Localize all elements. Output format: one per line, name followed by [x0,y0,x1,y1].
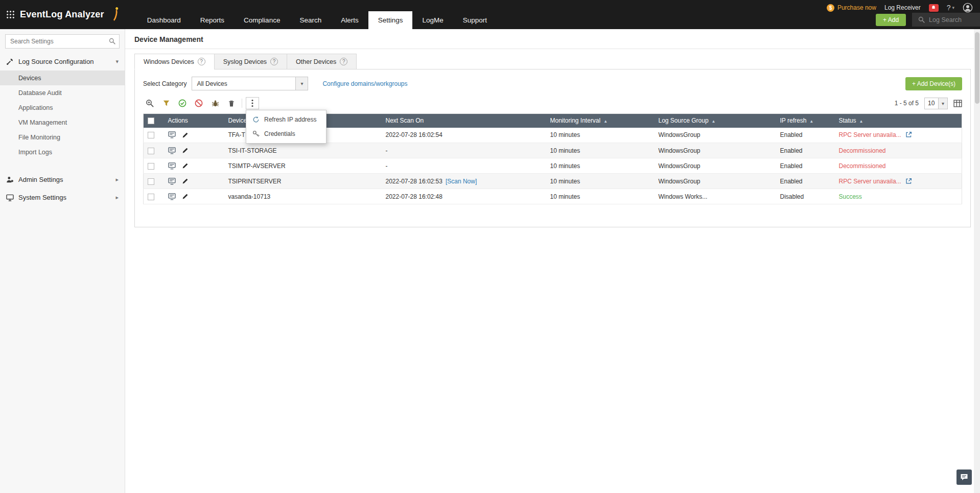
purchase-now-link[interactable]: Purchase now [827,4,876,12]
filter-icon[interactable] [159,97,173,109]
section-log-source-configuration[interactable]: Log Source Configuration [0,53,125,71]
cell-next-scan: - [382,143,546,158]
enable-monitoring-icon[interactable] [176,97,189,109]
search-icon [109,38,115,44]
edit-pencil-icon[interactable] [182,193,189,200]
external-link-icon[interactable] [905,131,912,138]
header-select-all[interactable] [144,114,164,128]
sidebar-item-import-logs[interactable]: Import Logs [0,145,125,159]
cell-status: Decommissioned [835,158,962,174]
log-search-box[interactable]: Log Search [912,13,980,27]
device-details-icon[interactable] [168,178,176,185]
tab-windows-devices[interactable]: Windows Devices [134,54,215,69]
chevron-right-icon [115,176,119,183]
nav-item-reports[interactable]: Reports [191,11,234,29]
header-log-source-group[interactable]: Log Source Group [655,114,776,128]
edit-pencil-icon[interactable] [182,162,189,169]
disable-monitoring-icon[interactable] [192,97,205,109]
header-ip-refresh[interactable]: IP refresh [776,114,835,128]
column-chooser-icon[interactable] [953,100,962,107]
user-avatar[interactable] [963,3,973,13]
help-menu[interactable]: ? ▾ [947,4,954,12]
sidebar-item-file-monitoring[interactable]: File Monitoring [0,130,125,145]
edit-pencil-icon[interactable] [182,147,189,154]
settings-sidebar: Log Source Configuration Devices Databas… [0,29,125,493]
select-all-checkbox[interactable] [148,118,154,124]
cell-actions [164,174,224,189]
menu-item-refresh-ip[interactable]: Refresh IP address [246,112,326,127]
cell-group: WindowsGroup [655,143,776,158]
row-checkbox[interactable] [148,132,154,138]
nav-item-support[interactable]: Support [453,11,497,29]
status-text: Decommissioned [839,147,886,154]
menu-item-credentials[interactable]: Credentials [246,127,326,141]
delete-icon[interactable] [225,97,238,109]
column-label: Next Scan On [386,117,424,124]
sidebar-item-devices[interactable]: Devices [0,71,125,85]
add-devices-button[interactable]: + Add Device(s) [905,77,962,90]
bug-icon[interactable] [208,97,222,109]
feedback-chat-button[interactable] [956,469,972,485]
scan-now-link[interactable]: [Scan Now] [446,178,477,185]
row-checkbox[interactable] [148,148,154,154]
menu-item-label: Refresh IP address [264,116,317,123]
nav-item-compliance[interactable]: Compliance [234,11,290,29]
header-next-scan[interactable]: Next Scan On [382,114,546,128]
vertical-scrollbar[interactable] [974,29,980,493]
main-content: Device Management Windows Devices Syslog… [125,29,980,493]
category-select[interactable]: All Devices [192,77,308,90]
status-text: RPC Server unavaila... [839,178,901,185]
cell-actions [164,189,224,204]
tab-syslog-devices[interactable]: Syslog Devices [214,54,287,69]
tab-other-devices[interactable]: Other Devices [287,54,357,69]
next-scan-text: 2022-07-28 16:02:53 [386,178,442,185]
cell-select [144,158,164,174]
external-link-icon[interactable] [905,178,912,184]
nav-item-settings[interactable]: Settings [368,11,413,29]
section-label: Admin Settings [18,176,63,183]
header-monitoring-interval[interactable]: Monitoring Interval [546,114,655,128]
search-devices-icon[interactable] [143,97,156,109]
sidebar-item-database-audit[interactable]: Database Audit [0,85,125,100]
scrollbar-thumb[interactable] [975,32,979,104]
nav-item-search[interactable]: Search [290,11,331,29]
row-checkbox[interactable] [148,163,154,170]
log-search-label: Log Search [929,16,962,24]
nav-item-logme[interactable]: LogMe [412,11,453,29]
tabs-wrap: Windows Devices Syslog Devices Other Dev… [125,49,980,69]
log-receiver-link[interactable]: Log Receiver [884,4,921,11]
device-details-icon[interactable] [168,162,176,170]
add-button[interactable]: + Add [876,14,906,26]
sidebar-item-applications[interactable]: Applications [0,100,125,115]
notification-badge[interactable] [929,4,939,12]
edit-pencil-icon[interactable] [182,132,189,138]
row-checkbox[interactable] [148,194,154,200]
cell-interval: 10 minutes [546,143,655,158]
page-size-select[interactable]: 10 [924,98,948,109]
sidebar-item-vm-management[interactable]: VM Management [0,115,125,130]
chevron-down-icon [938,98,947,109]
configure-domains-link[interactable]: Configure domains/workgroups [322,80,407,87]
cell-group: WindowsGroup [655,174,776,189]
more-actions-wrap: Refresh IP address Credentials [246,97,259,109]
device-details-icon[interactable] [168,131,176,138]
settings-search-input[interactable] [5,34,120,49]
device-details-icon[interactable] [168,193,176,200]
header-utility-row: Purchase now Log Receiver ? ▾ [827,3,980,13]
more-actions-button[interactable] [246,97,259,109]
page-size-value: 10 [925,100,938,107]
section-admin-settings[interactable]: Admin Settings [0,171,125,189]
help-label: ? [947,4,951,12]
section-system-settings[interactable]: System Settings [0,189,125,206]
device-details-icon[interactable] [168,147,176,154]
header-status[interactable]: Status [835,114,962,128]
apps-grid-icon[interactable] [6,10,15,19]
category-select-value: All Devices [192,80,295,87]
column-label: Log Source Group [659,117,709,124]
nav-item-dashboard[interactable]: Dashboard [137,11,191,29]
row-checkbox[interactable] [148,178,154,185]
column-label: IP refresh [780,117,807,124]
help-icon [270,58,278,65]
edit-pencil-icon[interactable] [182,178,189,184]
nav-item-alerts[interactable]: Alerts [331,11,368,29]
